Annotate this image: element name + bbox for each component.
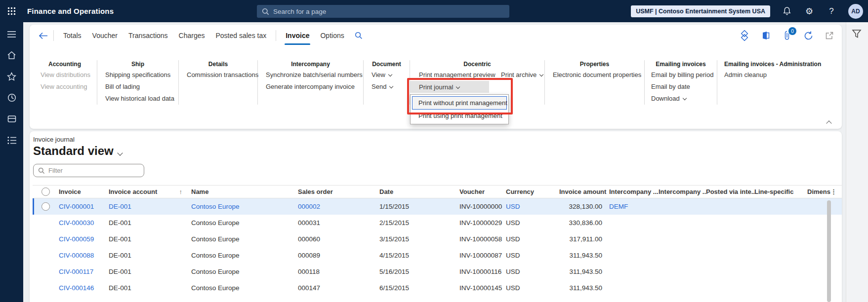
recent-clock-icon[interactable] [6,92,18,104]
shipping-specifications-button[interactable]: Shipping specifications [97,69,178,81]
invoice-grid: Invoice Invoice account↑ Name Sales orde… [33,185,842,296]
row-radio[interactable] [41,202,50,211]
admin-cleanup-button[interactable]: Admin cleanup [717,69,816,81]
view-historical-load-data-button[interactable]: View historical load data [97,93,178,105]
view-dropdown-button[interactable]: View [364,69,410,81]
table-row[interactable]: CIV-000059 DE-001 Contoso Europe 000060 … [33,231,842,247]
office-app-icon[interactable] [760,30,771,41]
column-header-dimensions[interactable]: Dimens⋮ [807,188,836,195]
column-header-date[interactable]: Date [379,188,459,195]
column-header-currency[interactable]: Currency [506,188,559,195]
vertical-scrollbar[interactable] [827,200,831,302]
table-row[interactable]: CIV-000117 DE-001 Contoso Europe 000118 … [33,264,842,280]
tab-options[interactable]: Options [315,25,349,46]
electronic-document-properties-button[interactable]: Electronic document properties [545,69,644,81]
cell-invoice[interactable]: CIV-000059 [59,235,109,243]
table-row[interactable]: CIV-000146 DE-001 Contoso Europe 000147 … [33,280,842,296]
quick-filter[interactable] [33,164,144,177]
cell-invoice-account: DE-001 [109,219,191,226]
email-by-date-button[interactable]: Email by date [645,81,717,93]
topbar-search-input[interactable] [273,8,481,15]
tab-posted-sales-tax[interactable]: Posted sales tax [210,25,272,46]
workspaces-icon[interactable] [6,113,18,125]
search-icon [262,8,269,15]
tab-invoice[interactable]: Invoice [280,25,315,46]
select-all-radio[interactable] [41,188,50,196]
ribbon-group-document: Document View Send [364,60,410,105]
cell-sales-order[interactable]: 000002 [298,203,379,210]
home-icon[interactable] [6,49,18,61]
print-journal-dropdown-menu: Print without print management Print usi… [410,94,509,124]
tab-totals[interactable]: Totals [58,25,87,46]
tab-charges[interactable]: Charges [173,25,210,46]
table-row[interactable]: CIV-000030 DE-001 Contoso Europe 000031 … [33,215,842,231]
view-selector[interactable]: Standard view [30,143,842,158]
email-by-billing-period-button[interactable]: Email by billing period [645,69,717,81]
notifications-bell-icon[interactable] [782,6,792,17]
print-journal-dropdown-button[interactable]: Print journal [410,81,489,93]
collapse-action-pane-icon[interactable] [825,119,833,125]
cell-name[interactable]: Contoso Europe [191,203,298,210]
group-title: Ship [97,60,178,69]
print-management-preview-button[interactable]: Print management preview [410,69,501,81]
bill-of-lading-button[interactable]: Bill of lading [97,81,178,93]
cell-invoice[interactable]: CIV-000088 [59,252,109,259]
group-title: Document [364,60,410,69]
modules-list-icon[interactable] [6,134,18,146]
cell-invoice[interactable]: CIV-000030 [59,219,109,226]
table-row[interactable]: CIV-000001 DE-001 Contoso Europe 000002 … [33,198,842,215]
cell-invoice-account: DE-001 [109,268,191,275]
menu-item-print-using-print-management[interactable]: Print using print management [412,110,507,122]
cell-invoice[interactable]: CIV-000117 [59,268,109,275]
column-header-intercompany-2[interactable]: Intercompany ... [659,188,706,195]
cell-invoice[interactable]: CIV-000001 [59,203,109,210]
table-row[interactable]: CIV-000088 DE-001 Contoso Europe 000089 … [33,247,842,264]
column-header-name[interactable]: Name [191,188,298,195]
group-title: Accounting [33,60,97,69]
commission-transactions-button[interactable]: Commission transactions [179,69,257,81]
refresh-icon[interactable] [803,30,814,41]
column-header-intercompany-1[interactable]: Intercompany ... [609,188,659,195]
back-button[interactable] [37,29,49,42]
column-header-line-specific[interactable]: Line-specific [754,188,807,195]
column-header-invoice-account[interactable]: Invoice account↑ [109,188,191,195]
tab-voucher[interactable]: Voucher [87,25,123,46]
environment-badge[interactable]: USMF | Contoso Entertainment System USA [631,5,770,17]
generate-intercompany-invoice-button[interactable]: Generate intercompany invoice [258,81,363,93]
settings-gear-icon[interactable]: ⚙ [804,6,815,17]
column-header-invoice[interactable]: Invoice [59,188,109,195]
cell-intercompany-company[interactable]: DEMF [609,203,659,210]
cell-date: 2/15/2015 [379,219,459,226]
column-header-invoice-amount[interactable]: Invoice amount [559,188,609,195]
filter-funnel-icon[interactable] [852,29,863,40]
filter-input[interactable] [48,167,132,174]
column-header-posted-via[interactable]: Posted via inte... [706,188,754,195]
send-dropdown-button[interactable]: Send [364,81,410,93]
column-options-icon[interactable]: ⋮ [830,188,836,195]
avatar[interactable]: AD [848,4,863,19]
open-in-new-window-icon[interactable] [824,30,835,41]
column-header-voucher[interactable]: Voucher [459,188,506,195]
synchronize-batch-serial-numbers-button[interactable]: Synchronize batch/serial numbers [258,69,363,81]
dynamics-diamond-icon[interactable] [739,30,750,41]
tab-transactions[interactable]: Transactions [123,25,173,46]
print-archive-dropdown-button[interactable]: Print archive [501,69,545,81]
menu-item-print-without-print-management[interactable]: Print without print management [412,96,507,110]
attachments-icon[interactable]: 0 [782,30,792,41]
find-action-icon[interactable] [355,32,363,39]
cell-name: Contoso Europe [191,284,298,292]
hamburger-menu-icon[interactable] [6,28,18,40]
chevron-down-icon [539,73,543,76]
cell-sales-order: 000147 [298,284,379,292]
cell-invoice-account[interactable]: DE-001 [109,203,191,210]
favorites-star-icon[interactable] [6,71,18,82]
download-dropdown-button[interactable]: Download [645,93,717,105]
cell-currency[interactable]: USD [506,203,559,210]
column-header-sales-order[interactable]: Sales order [298,188,379,195]
help-icon[interactable]: ? [826,6,837,17]
waffle-menu-icon[interactable] [0,0,23,22]
sort-ascending-icon: ↑ [179,188,183,195]
topbar-search[interactable] [257,5,509,18]
cell-invoice[interactable]: CIV-000146 [59,284,109,292]
cell-invoice-amount: 330,836.00 [559,219,609,226]
